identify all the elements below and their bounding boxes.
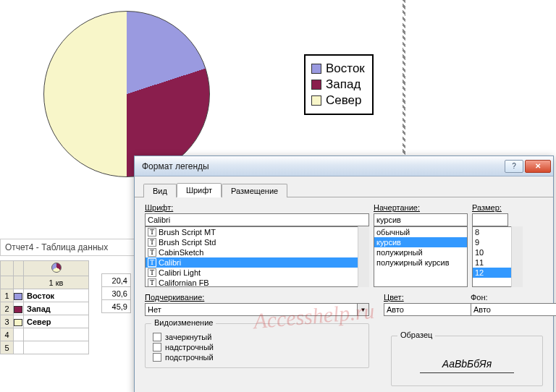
close-icon: ✕ (535, 162, 541, 170)
row-number[interactable]: 4 (1, 328, 14, 341)
underline-label: Подчеркивание: (145, 293, 369, 302)
list-item[interactable]: TBrush Script MT (146, 227, 368, 237)
value-cell[interactable]: 45,9 (102, 300, 131, 313)
row-swatch (14, 319, 22, 326)
sample-label: Образец (397, 331, 435, 339)
dialog-tabs: Вид Шрифт Размещение (135, 176, 553, 197)
checkbox-icon (153, 343, 161, 351)
corner-cell[interactable] (1, 261, 14, 276)
truetype-icon: T (148, 258, 156, 267)
legend-swatch-west (311, 80, 321, 90)
color-label: Цвет: (384, 293, 456, 302)
strike-checkbox[interactable]: зачеркнутый (153, 333, 361, 341)
list-item[interactable]: TCalifornian FB (146, 278, 368, 287)
sample-text: АаBbБбЯя (420, 358, 514, 373)
row-label[interactable]: Запад (24, 302, 89, 315)
underline-combo[interactable]: ▼ (145, 303, 369, 316)
table-row[interactable]: 4 (1, 328, 89, 341)
font-input[interactable] (145, 213, 369, 226)
row-number[interactable]: 2 (1, 302, 14, 315)
chart-legend[interactable]: Восток Запад Север (304, 54, 374, 115)
value-cell[interactable]: 20,4 (102, 274, 131, 287)
data-sheet-values[interactable]: 20,4 30,6 45,9 (101, 273, 131, 313)
close-button[interactable]: ✕ (525, 160, 551, 173)
pie-icon (51, 263, 62, 273)
superscript-checkbox[interactable]: надстрочный (153, 343, 361, 351)
subscript-checkbox[interactable]: подстрочный (153, 353, 361, 362)
row-swatch (14, 293, 22, 300)
col-header-a[interactable] (24, 261, 89, 276)
size-label: Размер: (472, 203, 523, 212)
truetype-icon: T (148, 228, 156, 237)
row-number[interactable]: 5 (1, 341, 14, 354)
underline-input[interactable] (145, 303, 358, 316)
truetype-icon: T (148, 268, 156, 277)
scrollbar[interactable] (511, 226, 523, 287)
list-item[interactable]: TCabinSketch (146, 247, 368, 257)
value-cell[interactable]: 30,6 (102, 287, 131, 300)
effects-group: Видоизменение зачеркнутый надстрочный по… (145, 323, 369, 368)
format-legend-dialog: Формат легенды ? ✕ Вид Шрифт Размещение … (134, 155, 554, 392)
truetype-icon: T (148, 238, 156, 247)
row-number[interactable]: 3 (1, 315, 14, 328)
legend-swatch-north (311, 95, 321, 106)
legend-swatch-east (311, 64, 321, 74)
background-label: Фон: (471, 293, 543, 302)
background-combo[interactable]: ▼ (471, 303, 543, 316)
tab-placement[interactable]: Размещение (222, 184, 287, 197)
list-item[interactable]: обычный (374, 227, 467, 237)
table-row[interactable]: 1 Восток (1, 289, 89, 302)
table-row[interactable]: 3 Север (1, 315, 89, 328)
truetype-icon: T (148, 248, 156, 257)
col-header-q1[interactable]: 1 кв (24, 276, 89, 289)
pie-chart[interactable] (43, 11, 210, 177)
data-sheet[interactable]: 1 кв 1 Восток 2 Запад 3 Север 4 5 (0, 260, 89, 354)
datasheet-title: Отчет4 - Таблица данных (0, 239, 138, 256)
list-item[interactable]: полужирный (374, 247, 467, 257)
font-listbox[interactable]: TBrush Script MT TBrush Script Std TCabi… (145, 226, 369, 287)
row-label[interactable]: Север (24, 315, 89, 328)
tab-view[interactable]: Вид (143, 184, 177, 197)
row-label[interactable]: Восток (24, 289, 89, 302)
legend-item[interactable]: Север (311, 93, 365, 108)
style-listbox[interactable]: обычный курсив полужирный полужирный кур… (374, 226, 468, 287)
truetype-icon: T (148, 278, 156, 287)
list-item[interactable]: TBrush Script Std (146, 237, 368, 247)
legend-label: Восток (326, 61, 365, 76)
col-header[interactable] (14, 276, 24, 289)
help-button[interactable]: ? (505, 160, 523, 173)
style-label: Начертание: (374, 203, 468, 212)
dialog-titlebar[interactable]: Формат легенды ? ✕ (135, 156, 553, 176)
list-item[interactable]: TCalibri (146, 257, 368, 268)
table-row[interactable]: 2 Запад (1, 302, 89, 315)
tab-font[interactable]: Шрифт (177, 183, 222, 197)
dialog-title: Формат легенды (142, 161, 504, 171)
row-swatch (14, 306, 22, 313)
scrollbar[interactable] (358, 226, 369, 287)
font-label: Шрифт: (145, 203, 369, 212)
legend-item[interactable]: Запад (311, 77, 365, 92)
sample-group: Образец АаBbБбЯя (391, 336, 543, 386)
legend-col-header[interactable] (14, 261, 24, 276)
list-item[interactable]: курсив (374, 237, 467, 247)
color-combo[interactable]: ▼ (384, 303, 456, 316)
legend-label: Запад (326, 77, 361, 92)
checkbox-icon (153, 353, 161, 362)
background-input[interactable] (471, 303, 556, 316)
legend-item[interactable]: Восток (311, 61, 365, 76)
font-panel: Шрифт: TBrush Script MT TBrush Script St… (135, 197, 553, 392)
table-row[interactable]: 5 (1, 341, 89, 354)
list-item[interactable]: TCalibri Light (146, 268, 368, 278)
style-input[interactable] (374, 213, 468, 226)
list-item[interactable]: полужирный курсив (374, 257, 467, 268)
effects-label: Видоизменение (151, 318, 216, 327)
legend-label: Север (326, 93, 361, 108)
chevron-down-icon[interactable]: ▼ (358, 303, 369, 316)
checkbox-icon (153, 333, 161, 341)
row-header[interactable] (1, 276, 14, 289)
help-icon: ? (512, 162, 516, 170)
size-input[interactable] (472, 213, 508, 226)
row-number[interactable]: 1 (1, 289, 14, 302)
